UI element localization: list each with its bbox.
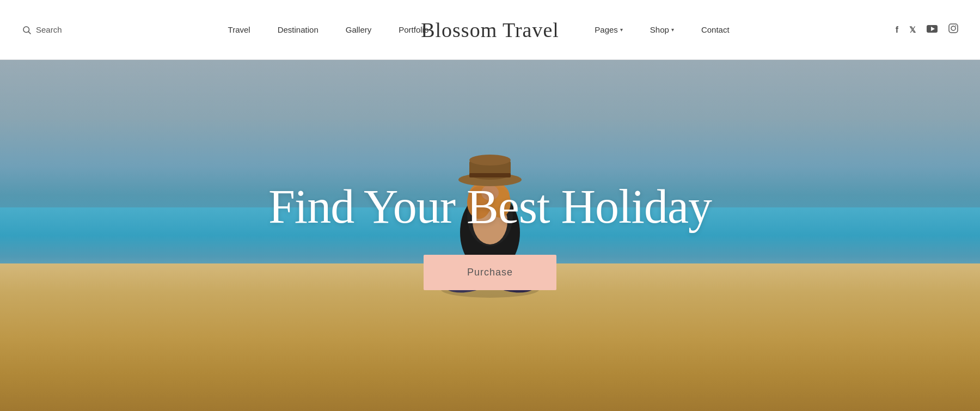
nav-right: Pages ▾ Shop ▾ Contact	[595, 25, 729, 34]
svg-point-5	[951, 26, 955, 30]
hero-content: Find Your Best Holiday Purchase	[0, 60, 980, 411]
nav-item-contact[interactable]: Contact	[701, 25, 730, 34]
purchase-button[interactable]: Purchase	[424, 255, 556, 290]
nav-item-travel[interactable]: Travel	[228, 25, 250, 34]
nav-item-shop[interactable]: Shop ▾	[650, 25, 674, 34]
facebook-icon[interactable]: f	[896, 25, 898, 35]
search-icon	[22, 25, 32, 35]
social-links: f 𝕏	[896, 23, 958, 36]
pages-dropdown-arrow: ▾	[620, 27, 623, 33]
hero-title: Find Your Best Holiday	[268, 181, 712, 234]
search-trigger[interactable]: Search	[22, 25, 62, 35]
svg-rect-4	[949, 24, 958, 33]
twitter-icon[interactable]: 𝕏	[909, 25, 916, 35]
youtube-icon[interactable]	[927, 25, 938, 34]
hero-section: Find Your Best Holiday Purchase	[0, 60, 980, 411]
svg-point-0	[23, 27, 29, 33]
nav-item-destination[interactable]: Destination	[278, 25, 318, 34]
svg-point-6	[955, 26, 956, 27]
instagram-icon[interactable]	[948, 23, 958, 36]
shop-dropdown-arrow: ▾	[671, 27, 674, 33]
svg-line-1	[28, 32, 30, 34]
site-logo[interactable]: Blossom Travel	[421, 18, 559, 42]
nav-item-pages[interactable]: Pages ▾	[595, 25, 623, 34]
site-header: Search Travel Destination Gallery Portfo…	[0, 0, 980, 60]
nav-left: Travel Destination Gallery Portfolio	[228, 25, 429, 34]
nav-item-gallery[interactable]: Gallery	[346, 25, 372, 34]
logo-text: Blossom Travel	[421, 19, 559, 41]
search-label: Search	[36, 25, 62, 34]
